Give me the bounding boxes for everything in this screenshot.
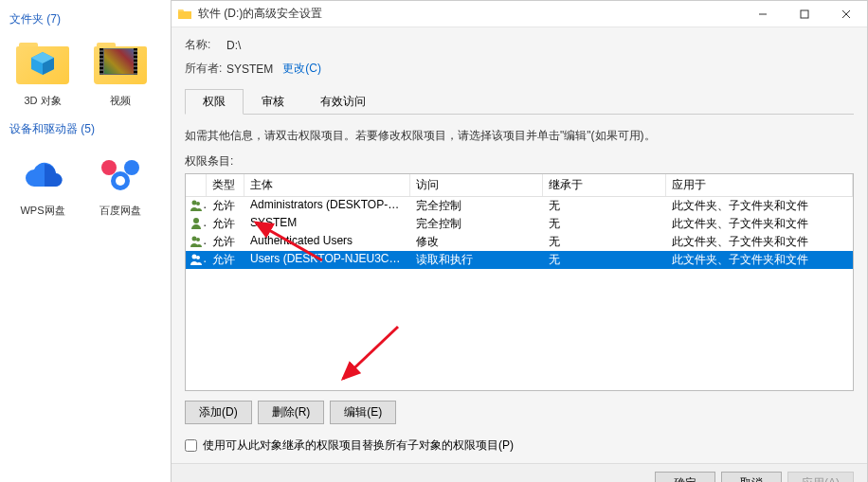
- baidu-cloud-icon: [90, 147, 151, 200]
- col-type[interactable]: 类型: [207, 174, 244, 196]
- desktop-icon-label: 视频: [110, 94, 131, 108]
- desktop-icon-wps-cloud[interactable]: WPS网盘: [9, 147, 76, 218]
- table-header: 类型 主体 访问 继承于 应用于: [186, 174, 853, 197]
- desktop-icon-baidu-cloud[interactable]: 百度网盘: [87, 147, 154, 218]
- desktop-icon-label: 3D 对象: [24, 94, 61, 108]
- add-button[interactable]: 添加(D): [185, 401, 252, 424]
- maximize-button[interactable]: [784, 1, 825, 27]
- svg-point-14: [192, 236, 197, 241]
- wps-cloud-icon: [12, 147, 73, 200]
- desktop-icon-videos[interactable]: 视频: [87, 37, 154, 108]
- svg-point-3: [101, 160, 117, 175]
- window-title: 软件 (D:)的高级安全设置: [198, 6, 742, 22]
- change-owner-link[interactable]: 更改(C): [282, 61, 321, 77]
- svg-point-11: [192, 200, 197, 205]
- folder-video-icon: [90, 37, 151, 90]
- name-value: D:\: [226, 39, 241, 52]
- titlebar: 软件 (D:)的高级安全设置: [172, 1, 867, 27]
- svg-point-16: [192, 254, 197, 259]
- tabs: 权限 审核 有效访问: [185, 88, 854, 115]
- desktop-icon-label: WPS网盘: [20, 204, 64, 218]
- users-icon: [190, 199, 203, 212]
- desktop-background: 文件夹 (7) 3D 对象: [0, 0, 171, 482]
- svg-point-12: [196, 202, 200, 205]
- svg-point-6: [116, 176, 125, 186]
- replace-permissions-checkbox[interactable]: [185, 439, 197, 452]
- svg-rect-8: [801, 10, 808, 18]
- tab-auditing[interactable]: 审核: [244, 89, 302, 115]
- remove-button[interactable]: 删除(R): [258, 401, 325, 424]
- col-inherit[interactable]: 继承于: [543, 174, 666, 196]
- cancel-button[interactable]: 取消: [721, 472, 782, 482]
- svg-point-15: [196, 238, 200, 241]
- advanced-security-dialog: 软件 (D:)的高级安全设置 名称: D:\ 所有者: SYSTEM 更改(C)…: [171, 0, 868, 482]
- table-row[interactable]: 允许 Administrators (DESKTOP-NJEU3C... 完全控…: [186, 197, 853, 215]
- col-principal[interactable]: 主体: [244, 174, 410, 196]
- replace-permissions-checkbox-row[interactable]: 使用可从此对象继承的权限项目替换所有子对象的权限项目(P): [185, 437, 854, 454]
- table-row[interactable]: 允许 SYSTEM 完全控制 无 此文件夹、子文件夹和文件: [186, 215, 853, 233]
- table-row[interactable]: 允许 Users (DESKTOP-NJEU3CG\Users) 读取和执行 无…: [186, 251, 853, 269]
- col-access[interactable]: 访问: [410, 174, 543, 196]
- svg-point-4: [124, 160, 139, 175]
- table-row[interactable]: 允许 Authenticated Users 修改 无 此文件夹、子文件夹和文件: [186, 233, 853, 251]
- owner-label: 所有者:: [185, 61, 226, 77]
- minimize-button[interactable]: [742, 1, 784, 27]
- permission-table: 类型 主体 访问 继承于 应用于 允许 Administrators (DESK…: [185, 173, 854, 391]
- folder-icon: [177, 7, 192, 22]
- users-icon: [190, 253, 203, 266]
- svg-point-13: [193, 218, 199, 223]
- desktop-icon-3d-objects[interactable]: 3D 对象: [9, 37, 76, 108]
- col-apply[interactable]: 应用于: [666, 174, 853, 196]
- close-button[interactable]: [825, 1, 867, 27]
- tab-permissions[interactable]: 权限: [185, 89, 244, 115]
- replace-permissions-label: 使用可从此对象继承的权限项目替换所有子对象的权限项目(P): [203, 437, 514, 454]
- desktop-icon-label: 百度网盘: [99, 204, 141, 218]
- folder-3d-icon: [12, 37, 73, 90]
- edit-button[interactable]: 编辑(E): [330, 401, 396, 424]
- desktop-group-folders: 文件夹 (7): [4, 8, 167, 31]
- svg-point-17: [196, 256, 200, 259]
- desktop-group-devices: 设备和驱动器 (5): [4, 117, 167, 141]
- name-label: 名称:: [185, 37, 226, 53]
- tab-effective-access[interactable]: 有效访问: [302, 89, 384, 115]
- apply-button[interactable]: 应用(A): [787, 472, 854, 482]
- permission-entries-label: 权限条目:: [185, 153, 854, 170]
- user-icon: [190, 217, 203, 230]
- ok-button[interactable]: 确定: [655, 472, 715, 482]
- hint-text: 如需其他信息，请双击权限项目。若要修改权限项目，请选择该项目并单击"编辑"(如果…: [185, 128, 854, 144]
- owner-value: SYSTEM: [226, 62, 273, 76]
- users-icon: [190, 235, 203, 248]
